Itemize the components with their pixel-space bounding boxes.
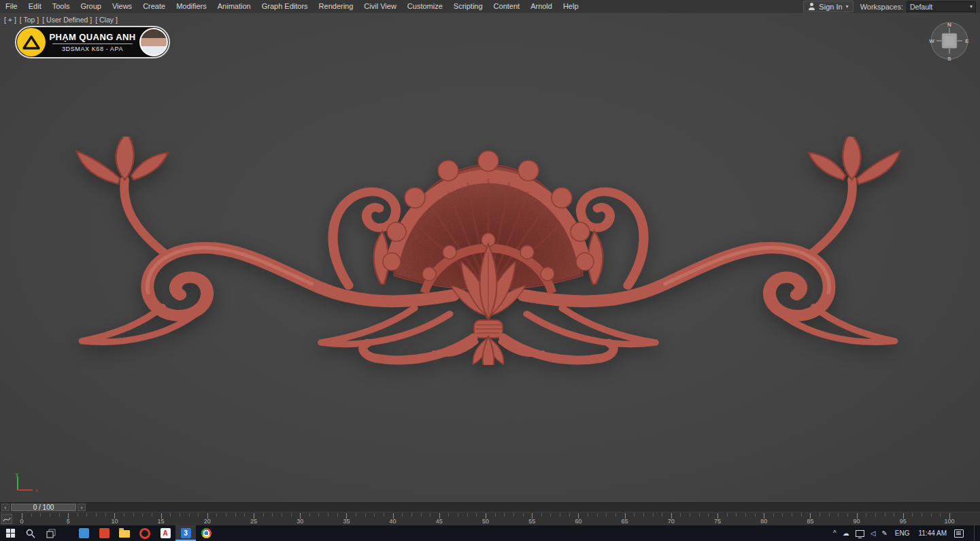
viewcube-east[interactable]: E — [965, 38, 968, 44]
opera-app-button[interactable] — [135, 525, 155, 541]
ruler-tick — [875, 513, 876, 517]
ruler-tick — [235, 513, 236, 517]
menu-item-animation[interactable]: Animation — [212, 0, 256, 13]
menu-item-customize[interactable]: Customize — [402, 0, 448, 13]
next-frame-button[interactable]: › — [78, 504, 86, 511]
language-indicator[interactable]: ENG — [894, 529, 911, 537]
ruler-tick — [504, 513, 505, 517]
menu-item-graph-editors[interactable]: Graph Editors — [256, 0, 314, 13]
ruler-tick-label: 100 — [943, 518, 956, 525]
task-view-button[interactable] — [41, 525, 61, 541]
tray-icons: ^☁◁✎ — [833, 529, 888, 537]
pen-icon[interactable]: ✎ — [881, 529, 887, 537]
chrome-app-button[interactable] — [196, 525, 216, 541]
ruler-tick — [773, 513, 774, 517]
ruler-tick — [680, 513, 681, 517]
red-app-button[interactable] — [94, 525, 114, 541]
ruler-tick — [541, 513, 542, 517]
taskbar-clock[interactable]: 11:44 AM — [917, 529, 948, 537]
menu-item-rendering[interactable]: Rendering — [314, 0, 359, 13]
viewcube-south[interactable]: S — [947, 56, 951, 62]
photos-app-button[interactable] — [73, 525, 94, 541]
display-icon[interactable] — [856, 530, 864, 537]
menu-item-scripting[interactable]: Scripting — [448, 0, 488, 13]
menu-item-tools[interactable]: Tools — [47, 0, 75, 13]
sign-in-label: Sign In — [819, 3, 842, 11]
ruler-tick-label: 45 — [433, 518, 446, 525]
viewport-3d[interactable]: [ + ] [ Top ] [ User Defined ] [ Clay ] … — [0, 13, 980, 502]
menu-item-help[interactable]: Help — [558, 0, 584, 13]
ruler-tick-label: 25 — [247, 518, 260, 525]
3dsmax-app-button[interactable]: 3 — [175, 525, 196, 541]
onedrive-icon[interactable]: ☁ — [843, 529, 849, 537]
menu-item-create[interactable]: Create — [137, 0, 171, 13]
ruler-tick — [458, 513, 458, 517]
ruler-tick — [291, 513, 292, 517]
ruler-tick-label: 75 — [711, 518, 724, 525]
ruler-tick-label: 90 — [850, 518, 864, 525]
search-icon — [26, 529, 35, 538]
file-explorer-button[interactable] — [114, 525, 135, 541]
watermark-subtitle: 3DSMAX K68 - APA — [62, 46, 123, 52]
3dsmax-logo-icon — [17, 28, 46, 56]
search-button[interactable] — [20, 525, 41, 541]
ruler-tick-label: 10 — [107, 518, 121, 525]
menu-item-modifiers[interactable]: Modifiers — [171, 0, 212, 13]
chevron-down-icon: ▾ — [970, 3, 973, 10]
menu-item-group[interactable]: Group — [75, 0, 107, 13]
viewcube-north[interactable]: N — [947, 22, 951, 28]
viewport-menu-style[interactable]: [ Clay ] — [95, 16, 118, 24]
ruler-tick — [198, 513, 199, 517]
ruler-tick — [745, 513, 746, 517]
menu-item-edit[interactable]: Edit — [23, 0, 47, 13]
person-icon — [808, 3, 815, 10]
axis-y-label: y — [16, 471, 18, 477]
ornament-model[interactable] — [72, 137, 905, 365]
viewport-menu-pov[interactable]: [ Top ] — [20, 16, 39, 24]
ruler-tick — [866, 513, 866, 517]
ruler-tick — [356, 513, 356, 517]
ruler-tick-label: 35 — [339, 518, 353, 525]
ruler-tick — [708, 513, 709, 517]
ruler-tick-label: 65 — [618, 518, 632, 525]
notification-center-icon[interactable] — [954, 529, 964, 538]
start-button[interactable] — [0, 525, 20, 541]
acrobat-app-button[interactable]: A — [155, 525, 175, 541]
ruler-tick-label: 85 — [803, 518, 817, 525]
time-slider-bar[interactable]: ‹ 0 / 100 › — [0, 502, 980, 512]
ruler-tick — [40, 513, 41, 517]
chevron-down-icon: ▾ — [846, 3, 849, 10]
viewport-menu-shading[interactable]: [ User Defined ] — [42, 16, 92, 24]
ruler-tick — [282, 513, 282, 517]
menu-item-content[interactable]: Content — [488, 0, 526, 13]
menu-bar-right: Sign In ▾ Workspaces: Default ▾ — [803, 1, 980, 12]
time-slider-thumb[interactable]: 0 / 100 — [11, 504, 76, 511]
menu-item-views[interactable]: Views — [107, 0, 137, 13]
previous-frame-button[interactable]: ‹ — [1, 504, 10, 511]
ruler-ticks: 0510152025303540455055606570758085909510… — [0, 512, 980, 525]
sign-in-button[interactable]: Sign In ▾ — [803, 1, 853, 12]
axis-x-label: x — [35, 487, 38, 493]
menu-item-arnold[interactable]: Arnold — [525, 0, 558, 13]
ruler-tick — [885, 513, 885, 517]
watermark-name: PHẠM QUANG ANH — [49, 32, 135, 42]
volume-icon[interactable]: ◁ — [871, 529, 876, 537]
workspace-select[interactable]: Default ▾ — [907, 1, 976, 12]
ruler-tick — [467, 513, 468, 517]
viewcube-west[interactable]: W — [929, 38, 934, 44]
viewcube[interactable]: N S E W — [928, 20, 970, 62]
menu-item-civil-view[interactable]: Civil View — [358, 0, 401, 13]
ruler-tick — [838, 513, 839, 517]
menu-item-file[interactable]: File — [0, 0, 23, 13]
viewport-menu-general[interactable]: [ + ] — [4, 16, 16, 24]
ruler-tick — [940, 513, 941, 517]
ruler-tick-label: 95 — [896, 518, 910, 525]
hidden-icons-chevron[interactable]: ^ — [833, 529, 837, 537]
ruler-tick — [931, 513, 932, 517]
ruler-tick — [328, 513, 328, 517]
show-desktop-button[interactable] — [974, 525, 977, 541]
ruler-tick — [96, 513, 97, 517]
ruler-tick — [384, 513, 384, 517]
ruler-tick — [495, 513, 496, 517]
track-bar[interactable]: 0510152025303540455055606570758085909510… — [0, 512, 980, 525]
